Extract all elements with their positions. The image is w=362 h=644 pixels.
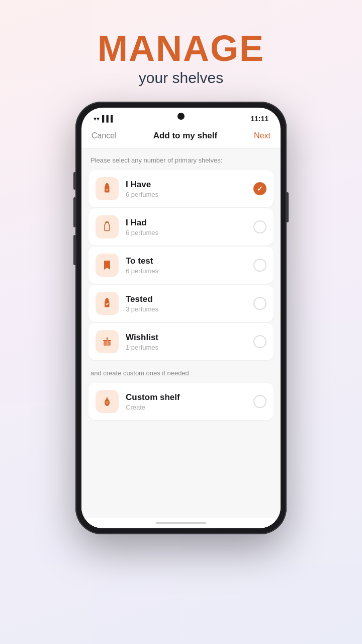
bottle-icon <box>101 183 113 195</box>
shelf-item-i-had[interactable]: I Had 6 perfumes <box>88 208 274 246</box>
custom-label: and create custom ones if needed <box>90 369 274 377</box>
bottle-fancy-icon <box>101 395 113 408</box>
main-subtitle: your shelves <box>98 69 264 87</box>
shelf-icon-i-had <box>96 215 119 238</box>
phone-screen: ▾▾ ▌▌▌ 11:11 Cancel Add to my shelf Next… <box>81 108 281 528</box>
shelf-item-wishlist[interactable]: Wishlist 1 perfumes <box>88 323 274 360</box>
mute-button <box>73 172 76 190</box>
bottle-outline-icon <box>101 221 113 233</box>
shelf-info-i-had: I Had 6 perfumes <box>126 218 246 236</box>
shelf-count-wishlist: 1 perfumes <box>126 344 246 351</box>
shelf-icon-wishlist <box>96 330 119 353</box>
volume-up-button <box>73 197 76 227</box>
shelf-checkbox-to-test[interactable] <box>253 259 266 272</box>
svg-rect-0 <box>106 183 108 184</box>
shelf-name-i-had: I Had <box>126 218 246 228</box>
shelf-item-to-test[interactable]: To test 6 perfumes <box>88 247 274 284</box>
nav-title: Add to my shelf <box>153 131 218 141</box>
shelf-info-custom: Custom shelf Create <box>126 392 246 411</box>
shelf-info-tested: Tested 3 perfumes <box>126 294 246 313</box>
shelf-item-tested[interactable]: Tested 3 perfumes <box>88 285 274 322</box>
page-header: MANAGE your shelves <box>98 0 264 87</box>
shelf-checkbox-i-had[interactable] <box>253 220 266 233</box>
shelf-icon-tested <box>96 292 119 315</box>
shelf-item-custom[interactable]: Custom shelf Create <box>88 383 274 420</box>
shelf-count-i-have: 6 perfumes <box>126 191 246 198</box>
power-button <box>286 192 289 222</box>
shelf-name-wishlist: Wishlist <box>126 333 246 343</box>
shelf-info-to-test: To test 6 perfumes <box>126 256 246 275</box>
svg-point-1 <box>106 189 108 191</box>
shelf-icon-custom <box>96 390 119 413</box>
shelf-checkbox-tested[interactable] <box>253 297 266 310</box>
shelf-icon-to-test <box>96 254 119 277</box>
svg-point-9 <box>106 401 109 405</box>
content-area: Please select any number of primary shel… <box>81 148 281 518</box>
cancel-button[interactable]: Cancel <box>92 131 117 140</box>
shelf-count-i-had: 6 perfumes <box>126 229 246 236</box>
bottle-check-icon <box>101 297 113 309</box>
shelf-count-tested: 3 perfumes <box>126 305 246 313</box>
camera-notch <box>177 113 185 120</box>
svg-rect-2 <box>106 221 108 222</box>
shelf-name-to-test: To test <box>126 256 246 266</box>
shelf-checkbox-wishlist[interactable] <box>253 335 266 348</box>
status-icons: ▾▾ ▌▌▌ <box>94 115 115 122</box>
shelf-item-i-have[interactable]: I Have 6 perfumes <box>88 170 274 207</box>
phone-mockup: ▾▾ ▌▌▌ 11:11 Cancel Add to my shelf Next… <box>75 102 287 534</box>
next-button[interactable]: Next <box>254 131 270 140</box>
svg-rect-3 <box>106 298 108 299</box>
shelf-checkbox-custom[interactable] <box>253 395 266 408</box>
shelf-name-i-have: I Have <box>126 180 246 190</box>
bookmark-icon <box>101 259 113 271</box>
status-time: 11:11 <box>250 115 268 123</box>
home-bar <box>156 522 206 524</box>
volume-down-button <box>73 235 76 265</box>
home-indicator <box>81 518 281 528</box>
custom-shelf-list: Custom shelf Create <box>88 383 274 420</box>
wifi-icon: ▾▾ <box>94 115 100 122</box>
shelf-name-custom: Custom shelf <box>126 392 246 403</box>
shelf-name-tested: Tested <box>126 294 246 304</box>
svg-rect-8 <box>107 397 108 398</box>
shelf-icon-i-have <box>96 177 119 200</box>
shelf-sub-custom: Create <box>126 404 246 411</box>
svg-rect-7 <box>106 398 108 401</box>
shelf-checkbox-i-have[interactable] <box>253 182 266 195</box>
shelf-count-to-test: 6 perfumes <box>126 267 246 275</box>
signal-icon: ▌▌▌ <box>102 115 115 122</box>
shelf-info-i-have: I Have 6 perfumes <box>126 180 246 198</box>
top-navigation: Cancel Add to my shelf Next <box>81 126 281 148</box>
shelf-list: I Have 6 perfumes I Had 6 <box>88 170 274 360</box>
status-bar: ▾▾ ▌▌▌ 11:11 <box>81 108 281 126</box>
shelf-info-wishlist: Wishlist 1 perfumes <box>126 333 246 351</box>
instructions-label: Please select any number of primary shel… <box>90 156 274 164</box>
main-title: MANAGE <box>98 30 264 66</box>
gift-icon <box>101 336 113 348</box>
